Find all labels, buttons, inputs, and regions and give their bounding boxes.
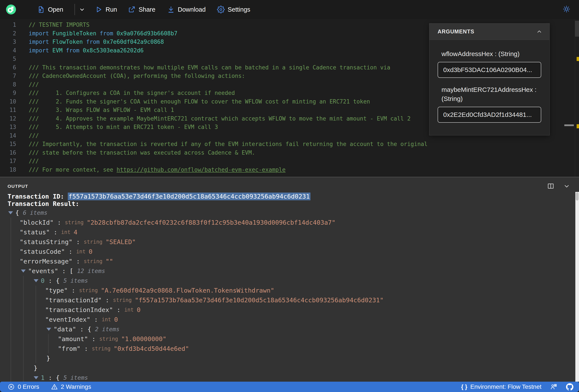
download-button[interactable]: Download bbox=[167, 6, 206, 13]
collapse-arrow-icon[interactable] bbox=[8, 211, 13, 214]
share-button[interactable]: Share bbox=[128, 6, 155, 13]
tree-row: "statusString" : string "SEALED" bbox=[0, 237, 570, 247]
line-number: 2 bbox=[0, 29, 16, 38]
download-label: Download bbox=[178, 6, 206, 13]
environment-status[interactable]: { } Environment: Flow Testnet bbox=[461, 383, 541, 390]
collapse-output-chevron-icon[interactable] bbox=[563, 182, 571, 190]
collapse-arrow-icon[interactable] bbox=[34, 376, 38, 379]
code-line[interactable]: 15/// Importantly, the transaction is re… bbox=[0, 140, 579, 149]
environment-label: Environment: Flow Testnet bbox=[470, 383, 541, 390]
line-number: 10 bbox=[0, 98, 16, 106]
code-text: /// bbox=[16, 131, 39, 140]
code-line[interactable]: 18/// For more context, see https://gith… bbox=[0, 166, 579, 174]
warning-marker bbox=[577, 124, 579, 128]
code-text: import FungibleToken from 0x9a0766d93b66… bbox=[16, 29, 177, 38]
collapse-arrow-icon[interactable] bbox=[21, 270, 26, 273]
argument-label: wflowAddressHex : (String) bbox=[441, 49, 541, 58]
tree-row: "transactionId" : string "f557a1573b76aa… bbox=[0, 295, 570, 305]
toolbar-divider bbox=[74, 4, 75, 15]
indent-guide bbox=[23, 276, 23, 285]
line-number: 7 bbox=[0, 72, 16, 80]
line-number: 4 bbox=[0, 46, 16, 55]
transaction-id-value[interactable]: f557a1573b76aa53e73d46f3e10d200d5c18a653… bbox=[68, 193, 310, 200]
open-label: Open bbox=[48, 6, 63, 13]
run-play-icon bbox=[95, 6, 103, 13]
indent-guide bbox=[10, 373, 11, 382]
line-number: 14 bbox=[0, 131, 16, 140]
line-number: 13 bbox=[0, 123, 16, 131]
run-button[interactable]: Run bbox=[95, 6, 117, 13]
indent-guide bbox=[36, 353, 36, 363]
line-number: 3 bbox=[0, 38, 16, 46]
indent-guide bbox=[10, 324, 11, 334]
chevron-down-icon bbox=[78, 6, 86, 13]
line-number: 17 bbox=[0, 157, 16, 166]
chevron-up-icon[interactable] bbox=[536, 28, 543, 35]
errors-status[interactable]: 0 Errors bbox=[8, 383, 39, 390]
tree-row: "errorMessage" : string "" bbox=[0, 256, 570, 266]
transaction-result-label: Transaction Result: bbox=[7, 200, 310, 207]
error-icon bbox=[8, 383, 15, 390]
editor-scrollbar[interactable] bbox=[575, 19, 579, 177]
warnings-status[interactable]: 2 Warnings bbox=[51, 383, 91, 390]
tree-row: "amount" : string "1.00000000" bbox=[0, 334, 570, 344]
indent-guide bbox=[10, 344, 11, 353]
status-bar: 0 Errors 2 Warnings { } Environment: Flo… bbox=[0, 382, 579, 392]
indent-guide bbox=[10, 276, 11, 285]
code-text: /// This transaction demonstrates how mu… bbox=[16, 63, 390, 72]
github-icon[interactable] bbox=[566, 383, 573, 391]
run-label: Run bbox=[106, 6, 117, 13]
warning-icon bbox=[51, 383, 58, 390]
maybemint-address-input[interactable] bbox=[437, 107, 541, 123]
tree-row: { 6 items bbox=[0, 208, 570, 218]
code-text: /// 3. Wraps FLOW as WFLOW - EVM call 1 bbox=[16, 106, 174, 114]
tree-row: 0 : { 5 items bbox=[0, 276, 570, 285]
code-text bbox=[16, 55, 29, 63]
warnings-count: 2 Warnings bbox=[61, 383, 91, 390]
settings-button[interactable]: Settings bbox=[217, 6, 250, 13]
wflow-address-input[interactable] bbox=[437, 62, 541, 78]
argument-label: maybeMintERC721AddressHex : (String) bbox=[441, 85, 541, 103]
open-dropdown-button[interactable] bbox=[78, 6, 86, 13]
ruler-cursor-marker bbox=[564, 124, 574, 126]
code-line[interactable]: 17/// bbox=[0, 157, 579, 166]
code-line[interactable]: 16/// state before the transaction was e… bbox=[0, 149, 579, 157]
line-number: 1 bbox=[0, 21, 16, 29]
output-scrollbar-thumb[interactable] bbox=[576, 192, 579, 201]
indent-guide bbox=[10, 237, 11, 247]
line-number: 15 bbox=[0, 140, 16, 149]
download-icon bbox=[167, 6, 175, 13]
sun-icon bbox=[563, 5, 570, 13]
indent-guide bbox=[10, 227, 11, 237]
editor-scrollbar-thumb[interactable] bbox=[575, 21, 579, 37]
tree-row: 1 : { 5 items bbox=[0, 373, 570, 382]
code-text: /// 4. Approves the example MaybeMintERC… bbox=[16, 114, 411, 123]
arguments-header[interactable]: ARGUMENTS bbox=[430, 23, 549, 40]
theme-toggle-button[interactable] bbox=[563, 5, 570, 14]
code-text: /// bbox=[16, 157, 39, 166]
feedback-person-icon[interactable] bbox=[550, 383, 557, 391]
tree-row: } bbox=[0, 353, 570, 363]
open-button[interactable]: Open bbox=[37, 6, 63, 13]
settings-gear-icon bbox=[217, 6, 225, 13]
line-number: 6 bbox=[0, 63, 16, 72]
indent-guide bbox=[23, 373, 23, 382]
tree-row: "data" : { 2 items bbox=[0, 324, 570, 334]
collapse-arrow-icon[interactable] bbox=[46, 328, 51, 331]
json-result-tree: { 6 items"blockId" : string "2b28cbfb87d… bbox=[0, 208, 570, 382]
indent-guide bbox=[36, 324, 36, 334]
tree-row: "eventIndex" : int 0 bbox=[0, 315, 570, 324]
flow-logo-icon[interactable] bbox=[6, 4, 16, 14]
tree-row: "events" : [ 12 items bbox=[0, 266, 570, 276]
transaction-id-label: Transaction ID: bbox=[7, 193, 68, 200]
indent-guide bbox=[10, 315, 11, 324]
output-scrollbar[interactable] bbox=[575, 192, 579, 382]
indent-guide bbox=[23, 344, 23, 353]
indent-guide bbox=[10, 334, 11, 344]
collapse-arrow-icon[interactable] bbox=[34, 279, 38, 282]
output-panel: OUTPUT Transaction ID: f557a1573b76aa53e… bbox=[0, 177, 579, 382]
indent-guide bbox=[36, 315, 36, 324]
line-number: 18 bbox=[0, 166, 16, 174]
tree-row: "from" : string "0xfd3b4cd50d44e6ed" bbox=[0, 344, 570, 353]
split-editor-icon[interactable] bbox=[547, 182, 555, 190]
